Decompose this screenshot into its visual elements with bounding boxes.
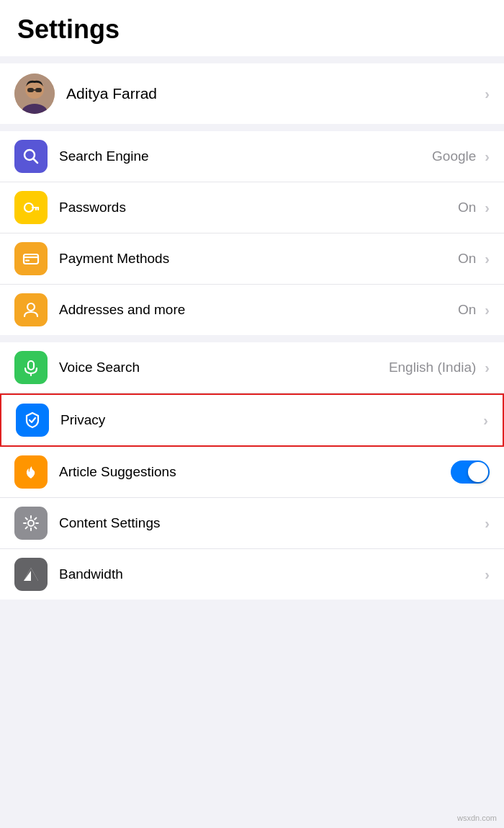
passwords-chevron: › [485, 200, 490, 216]
privacy-icon-wrap [16, 404, 49, 437]
page-header: Settings [0, 0, 504, 56]
payment-methods-value: On [458, 251, 476, 267]
svg-line-7 [34, 159, 38, 164]
bandwidth-row[interactable]: Bandwidth › [0, 549, 504, 600]
article-suggestions-icon-wrap [14, 455, 48, 489]
addresses-chevron: › [485, 302, 490, 319]
privacy-label: Privacy [60, 412, 480, 428]
svg-point-18 [28, 520, 34, 526]
key-icon [22, 198, 40, 217]
voice-search-chevron: › [485, 360, 490, 376]
search-engine-value: Google [432, 148, 476, 164]
search-engine-icon-wrap [14, 140, 48, 173]
shield-icon [23, 411, 42, 429]
search-engine-label: Search Engine [59, 148, 432, 164]
content-settings-label: Content Settings [59, 515, 482, 531]
page-title: Settings [0, 0, 504, 56]
bandwidth-icon-wrap [14, 558, 48, 591]
payment-methods-chevron: › [485, 251, 490, 267]
content-settings-row[interactable]: Content Settings › [0, 498, 504, 549]
search-engine-chevron: › [485, 148, 490, 165]
addresses-label: Addresses and more [59, 302, 458, 318]
flame-icon [22, 463, 40, 481]
svg-rect-12 [24, 254, 38, 264]
passwords-row[interactable]: Passwords On › [0, 182, 504, 233]
addresses-icon-wrap [14, 293, 48, 326]
profile-row[interactable]: Aditya Farrad › [0, 63, 504, 124]
bandwidth-label: Bandwidth [59, 566, 482, 582]
search-engine-row[interactable]: Search Engine Google › [0, 131, 504, 182]
privacy-row[interactable]: Privacy › [0, 393, 504, 447]
addresses-row[interactable]: Addresses and more On › [0, 285, 504, 335]
privacy-chevron: › [483, 412, 488, 429]
gear-icon [22, 514, 40, 533]
article-suggestions-row[interactable]: Article Suggestions [0, 447, 504, 498]
passwords-value: On [458, 200, 476, 215]
search-icon [22, 147, 40, 166]
svg-rect-16 [28, 361, 34, 370]
bandwidth-icon [22, 565, 40, 584]
voice-search-row[interactable]: Voice Search English (India) › [0, 342, 504, 393]
voice-search-value: English (India) [389, 360, 476, 375]
voice-search-label: Voice Search [59, 360, 389, 375]
article-suggestions-toggle[interactable] [451, 460, 490, 484]
addresses-value: On [458, 302, 476, 318]
profile-name: Aditya Farrad [66, 85, 482, 102]
watermark: wsxdn.com [457, 814, 497, 822]
payment-methods-row[interactable]: Payment Methods On › [0, 233, 504, 285]
person-icon [22, 301, 40, 319]
misc-section: Voice Search English (India) › Privacy ›… [0, 342, 504, 600]
svg-rect-3 [27, 88, 34, 92]
content-settings-icon-wrap [14, 507, 48, 540]
mic-icon [22, 358, 40, 377]
autofill-section: Search Engine Google › Passwords On › Pa… [0, 131, 504, 335]
card-icon [22, 249, 40, 268]
passwords-label: Passwords [59, 200, 458, 215]
article-suggestions-toggle-wrap[interactable] [451, 460, 490, 484]
voice-search-icon-wrap [14, 351, 48, 384]
passwords-icon-wrap [14, 191, 48, 224]
svg-point-15 [27, 303, 35, 311]
payment-methods-label: Payment Methods [59, 251, 458, 267]
avatar [14, 74, 55, 114]
bandwidth-chevron: › [485, 566, 490, 583]
payment-icon-wrap [14, 242, 48, 275]
profile-chevron: › [485, 86, 490, 102]
article-suggestions-label: Article Suggestions [59, 464, 451, 480]
content-settings-chevron: › [485, 515, 490, 532]
svg-rect-4 [35, 88, 42, 92]
